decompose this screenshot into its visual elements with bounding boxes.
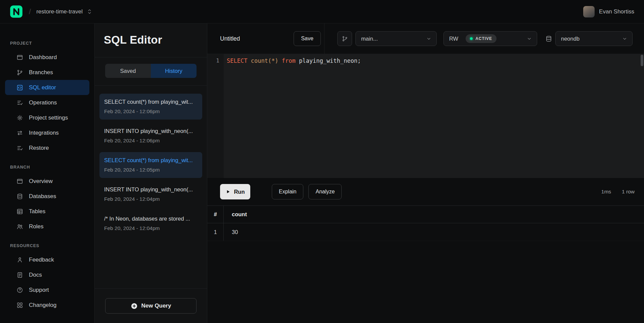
integrations-icon — [16, 130, 23, 136]
history-item[interactable]: SELECT count(*) from playing_wit... Feb … — [99, 94, 202, 120]
history-time: Feb 20, 2024 - 12:04pm — [104, 195, 198, 203]
sidebar-item-label: Changelog — [29, 302, 56, 309]
sidebar-item-support[interactable]: Support — [5, 282, 89, 297]
sql-editor: 1 SELECT count(*) from playing_with_neon… — [207, 54, 644, 178]
history-query: INSERT INTO playing_with_neon(... — [104, 127, 198, 135]
sidebar-item-sql-editor[interactable]: SQL editor — [5, 80, 89, 95]
history-item[interactable]: /* In Neon, databases are stored ... Feb… — [99, 211, 202, 236]
column-header-index: # — [207, 206, 224, 223]
run-button[interactable]: Run — [220, 184, 250, 199]
sidebar-item-label: Docs — [29, 272, 42, 278]
user-menu[interactable]: Evan Shortiss — [583, 6, 634, 17]
sidebar-item-overview[interactable]: Overview — [5, 174, 89, 189]
chevron-down-icon — [526, 36, 532, 42]
sidebar: Project Dashboard Branches SQL editor Op… — [0, 24, 94, 323]
history-time: Feb 20, 2024 - 12:06pm — [104, 137, 198, 144]
branch-select-value: main... — [361, 36, 378, 42]
tab-saved[interactable]: Saved — [105, 64, 151, 78]
sidebar-item-changelog[interactable]: Changelog — [5, 297, 89, 313]
restore-icon — [16, 145, 23, 151]
sidebar-item-label: Overview — [29, 178, 53, 185]
explain-button[interactable]: Explain — [272, 184, 303, 199]
sidebar-item-label: Feedback — [29, 257, 54, 263]
section-label: Branch — [10, 165, 94, 170]
sql-text: playing_with_neon; — [296, 57, 361, 64]
sidebar-item-label: Integrations — [29, 130, 59, 136]
sidebar-item-project-settings[interactable]: Project settings — [5, 110, 89, 125]
history-query: SELECT count(*) from playing_wit... — [104, 156, 198, 164]
sidebar-section-project: Project Dashboard Branches SQL editor Op… — [0, 41, 94, 155]
neon-logo-icon[interactable] — [10, 5, 23, 18]
sidebar-item-restore[interactable]: Restore — [5, 140, 89, 155]
new-query-label: New Query — [141, 303, 171, 309]
branch-icon-button[interactable] — [337, 31, 352, 46]
project-switcher-icon[interactable] — [86, 8, 93, 15]
chevron-down-icon — [621, 36, 628, 42]
queries-panel: SQL Editor Saved History SELECT count(*)… — [94, 24, 207, 323]
query-tab-title: Untitled — [220, 35, 240, 42]
editor-scrollbar — [640, 54, 644, 178]
sidebar-item-docs[interactable]: Docs — [5, 267, 89, 282]
topbar: / restore-time-travel Evan Shortiss — [0, 0, 644, 24]
new-query-button[interactable]: New Query — [105, 298, 197, 314]
history-item-selected[interactable]: SELECT count(*) from playing_wit... Feb … — [99, 152, 202, 178]
sidebar-section-resources: Resources Feedback Docs Support Changelo… — [0, 243, 94, 313]
history-list: SELECT count(*) from playing_wit... Feb … — [95, 86, 207, 288]
compute-select-value: RW — [449, 36, 458, 42]
sidebar-item-branches[interactable]: Branches — [5, 65, 89, 80]
code-area[interactable]: SELECT count(*) from playing_with_neon; — [224, 54, 644, 178]
document-icon — [16, 272, 23, 278]
status-badge: ACTIVE — [466, 34, 497, 43]
user-name: Evan Shortiss — [599, 8, 634, 15]
sidebar-item-roles[interactable]: Roles — [5, 219, 89, 234]
compute-select[interactable]: RW ACTIVE — [443, 31, 537, 46]
section-label: Project — [10, 41, 94, 46]
feedback-icon — [16, 257, 23, 263]
project-name[interactable]: restore-time-travel — [36, 8, 83, 15]
header-divider — [324, 24, 325, 54]
duration-stat: 1ms — [601, 189, 611, 195]
sidebar-item-dashboard[interactable]: Dashboard — [5, 50, 89, 65]
grid-icon — [16, 302, 23, 309]
scrollbar-thumb[interactable] — [641, 55, 643, 66]
tab-history[interactable]: History — [151, 64, 197, 78]
sidebar-item-label: Support — [29, 287, 49, 293]
editor-header: Untitled Save main... RW — [207, 24, 644, 54]
save-button[interactable]: Save — [294, 31, 320, 46]
sidebar-item-tables[interactable]: Tables — [5, 204, 89, 219]
results-table: # count 1 30 — [207, 205, 644, 241]
branch-select[interactable]: main... — [355, 31, 437, 46]
table-icon — [16, 208, 23, 215]
row-index-cell: 1 — [207, 223, 224, 241]
database-icon — [545, 35, 552, 42]
editor-gutter: 1 — [207, 54, 224, 178]
analyze-button[interactable]: Analyze — [308, 184, 342, 199]
branch-icon — [342, 36, 348, 42]
sql-text — [278, 57, 282, 64]
sidebar-section-branch: Branch Overview Databases Tables Roles — [0, 165, 94, 234]
sql-text — [247, 57, 251, 64]
breadcrumb: / restore-time-travel — [10, 5, 93, 18]
line-number: 1 — [207, 56, 219, 65]
sidebar-item-operations[interactable]: Operations — [5, 95, 89, 110]
sidebar-item-label: Project settings — [29, 114, 68, 121]
history-query: SELECT count(*) from playing_wit... — [104, 98, 198, 106]
status-badge-label: ACTIVE — [475, 36, 492, 41]
database-select[interactable]: neondb — [555, 31, 633, 46]
sidebar-item-databases[interactable]: Databases — [5, 189, 89, 204]
queries-tabs: Saved History — [95, 57, 207, 86]
run-label: Run — [234, 189, 245, 195]
history-item[interactable]: INSERT INTO playing_with_neon(... Feb 20… — [99, 123, 202, 149]
sidebar-item-label: Databases — [29, 193, 56, 200]
sidebar-item-label: Operations — [29, 99, 57, 106]
help-circle-icon — [16, 287, 23, 293]
results-header-row: # count — [207, 205, 644, 223]
section-label: Resources — [10, 243, 94, 248]
history-time: Feb 20, 2024 - 12:05pm — [104, 166, 198, 174]
history-query: INSERT INTO playing_with_neon(... — [104, 186, 198, 193]
history-item[interactable]: INSERT INTO playing_with_neon(... Feb 20… — [99, 181, 202, 207]
sidebar-item-feedback[interactable]: Feedback — [5, 252, 89, 267]
sql-function: count(*) — [251, 57, 278, 64]
sidebar-item-integrations[interactable]: Integrations — [5, 125, 89, 140]
sidebar-item-label: Roles — [29, 223, 43, 230]
